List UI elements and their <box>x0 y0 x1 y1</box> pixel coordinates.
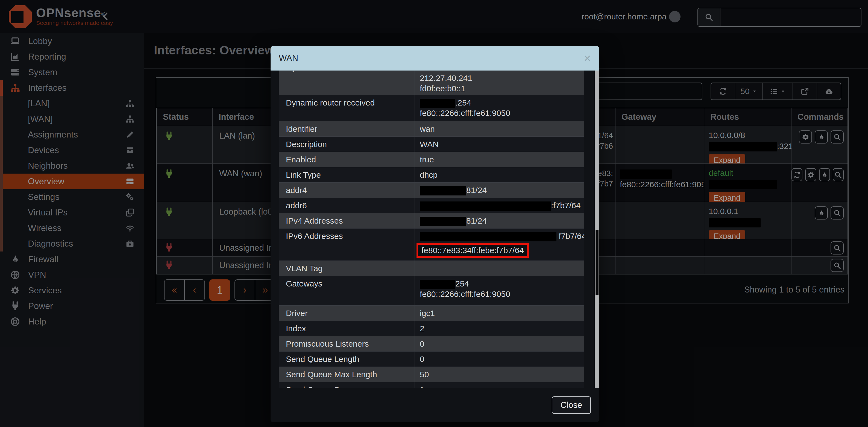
detail-row: DescriptionWAN <box>279 137 584 152</box>
detail-label: Enabled <box>279 152 414 167</box>
wan-details-modal: WAN × Dynamic nameserver received 212.27… <box>271 46 599 422</box>
scrollbar-thumb[interactable] <box>595 230 599 295</box>
detail-row: Link Typedhcp <box>279 167 584 183</box>
detail-label: VLAN Tag <box>279 261 414 276</box>
detail-value: dhcp <box>414 167 584 182</box>
detail-row: Send Queue Length0 <box>279 352 584 367</box>
detail-value: 81/24 <box>414 183 584 197</box>
detail-value: 2 <box>414 321 584 336</box>
redacted-value <box>420 99 455 108</box>
value-suffix: f7b7/64 <box>559 232 584 241</box>
detail-value: .254 fe80::2266:cfff:fe61:9050 <box>414 95 584 121</box>
redacted-value <box>420 217 466 226</box>
detail-value: 1 <box>414 382 584 388</box>
detail-row: Dynamic router received .254 fe80::2266:… <box>279 95 584 121</box>
detail-row: Driverigc1 <box>279 306 584 321</box>
detail-value: 81/24 <box>414 213 584 228</box>
detail-label: Promiscuous Listeners <box>279 336 414 351</box>
detail-row: Enabledtrue <box>279 152 584 167</box>
detail-value: :f7b7/64 <box>414 198 584 213</box>
detail-value: 0 <box>414 352 584 367</box>
detail-label: Link Type <box>279 167 414 182</box>
redacted-value <box>420 202 551 211</box>
detail-row: IPv6 Addresses f7b7/64 fe80::7e83:34ff:f… <box>279 228 584 261</box>
close-button[interactable]: Close <box>552 396 591 414</box>
detail-row: VLAN Tag <box>279 261 584 276</box>
detail-label: Dynamic nameserver received <box>279 70 414 95</box>
modal-header: WAN × <box>271 46 599 70</box>
detail-value: f7b7/64 fe80::7e83:34ff:febe:f7b7/64 <box>414 228 584 261</box>
detail-row: Index2 <box>279 321 584 336</box>
value-suffix: 81/24 <box>466 216 487 225</box>
value-suffix: :f7b7/64 <box>551 201 581 210</box>
detail-row: Gateways 254 fe80::2266:cfff:fe61:9050 <box>279 276 584 306</box>
detail-label: addr6 <box>279 198 414 213</box>
value-suffix: .254 <box>455 98 471 107</box>
detail-label: IPv4 Addresses <box>279 213 414 228</box>
detail-label: Send Queue Length <box>279 352 414 367</box>
detail-label: addr4 <box>279 183 414 197</box>
detail-value: true <box>414 152 584 167</box>
detail-row: addr6 :f7b7/64 <box>279 198 584 213</box>
modal-detail-table: Dynamic nameserver received 212.27.40.24… <box>279 70 584 388</box>
detail-value: wan <box>414 121 584 136</box>
value-line: fe80::2266:cfff:fe61:9050 <box>420 289 584 299</box>
detail-row: IPv4 Addresses 81/24 <box>279 213 584 228</box>
value-suffix: 254 <box>455 279 469 288</box>
detail-row: Identifierwan <box>279 121 584 137</box>
modal-scrollbar[interactable] <box>595 70 599 388</box>
close-icon[interactable]: × <box>584 52 591 64</box>
redacted-value <box>420 232 556 241</box>
modal-title: WAN <box>279 53 584 63</box>
detail-label: Index <box>279 321 414 336</box>
detail-label: Dynamic router received <box>279 95 414 121</box>
value-line: 212.27.40.241 <box>420 73 584 83</box>
detail-row: Send Queue Drops1 <box>279 382 584 388</box>
detail-label: Send Queue Max Length <box>279 367 414 382</box>
detail-value: WAN <box>414 137 584 152</box>
detail-row: Dynamic nameserver received 212.27.40.24… <box>279 70 584 95</box>
detail-label: Send Queue Drops <box>279 382 414 388</box>
value-line: fd0f:ee:b0::1 <box>420 83 584 94</box>
detail-value: igc1 <box>414 306 584 321</box>
detail-value: 50 <box>414 367 584 382</box>
opnsense-screen: OPNsense® Securing networks made easy ro… <box>0 0 868 427</box>
detail-value <box>414 261 584 276</box>
redacted-value <box>420 280 455 289</box>
detail-label: Gateways <box>279 276 414 305</box>
redacted-value <box>420 186 466 195</box>
detail-row: Send Queue Max Length50 <box>279 367 584 382</box>
value-suffix: 81/24 <box>466 186 487 195</box>
detail-value: 212.27.40.240 212.27.40.241 fd0f:ee:b0::… <box>414 70 584 95</box>
detail-label: Driver <box>279 306 414 321</box>
clipped-row: Send Queue Drops1 <box>279 382 584 388</box>
detail-row: addr4 81/24 <box>279 183 584 198</box>
detail-value: 254 fe80::2266:cfff:fe61:9050 <box>414 276 584 305</box>
detail-value: 0 <box>414 336 584 351</box>
detail-row: Promiscuous Listeners0 <box>279 336 584 352</box>
value-line: fe80::2266:cfff:fe61:9050 <box>420 108 584 118</box>
clipped-row: Dynamic nameserver received 212.27.40.24… <box>279 70 584 95</box>
value-line: 212.27.40.240 <box>420 70 584 73</box>
modal-body: Dynamic nameserver received 212.27.40.24… <box>271 70 599 388</box>
detail-label: Description <box>279 137 414 152</box>
detail-label: IPv6 Addresses <box>279 228 414 261</box>
detail-label: Identifier <box>279 121 414 136</box>
highlighted-ipv6-value: fe80::7e83:34ff:febe:f7b7/64 <box>416 243 529 258</box>
modal-footer: Close <box>271 388 599 422</box>
